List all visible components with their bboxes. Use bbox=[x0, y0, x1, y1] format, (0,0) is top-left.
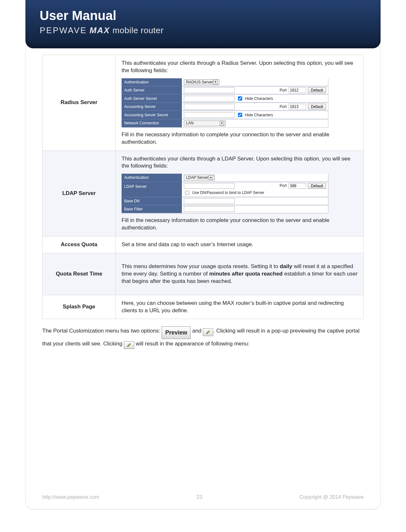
radius-server-label: Radius Server bbox=[43, 55, 116, 151]
para-pre: The Portal Customization menu has two op… bbox=[42, 328, 162, 334]
radius-acctsecret-input[interactable] bbox=[184, 112, 235, 118]
ldap-base-filter-value bbox=[182, 205, 328, 213]
ldap-base-dn-label: Base DN bbox=[122, 197, 182, 205]
radius-authsecret-hide-checkbox[interactable] bbox=[238, 96, 242, 101]
row-radius-server: Radius Server This authenticates your cl… bbox=[43, 55, 364, 151]
chevron-down-icon bbox=[209, 175, 213, 180]
ldap-port-input[interactable] bbox=[289, 183, 306, 189]
chevron-down-icon bbox=[213, 80, 218, 84]
para-tail: will result in the appearance of followi… bbox=[134, 341, 249, 347]
header-product-light: mobile router bbox=[113, 25, 163, 35]
portal-customization-paragraph: The Portal Customization menu has two op… bbox=[42, 326, 364, 349]
radius-auth-label: Authentication bbox=[122, 78, 182, 86]
radius-acctserver-default-button[interactable]: Default bbox=[308, 104, 326, 110]
radius-netconn-label: Network Connection bbox=[122, 119, 182, 127]
edit-button[interactable] bbox=[203, 328, 213, 336]
hide-characters-label-2: Hide Characters bbox=[245, 112, 273, 118]
quota-reset-bold-daily: daily bbox=[280, 263, 292, 269]
page-footer: http://www.pepwave.com 23 Copyright @ 20… bbox=[42, 494, 364, 500]
ldap-server-desc: This authenticates your clients through … bbox=[116, 150, 364, 236]
para-and: and bbox=[191, 328, 203, 334]
quota-reset-desc: This menu determines how your usage quot… bbox=[116, 253, 364, 295]
radius-intro: This authenticates your clients through … bbox=[122, 60, 358, 74]
ldap-base-dn-value bbox=[182, 197, 328, 205]
radius-auth-dropdown-value: RADIUS Server bbox=[186, 80, 213, 85]
ldap-use-dn-checkbox[interactable] bbox=[185, 191, 189, 195]
quota-reset-bold-minutes: minutes after quota reached bbox=[209, 271, 283, 277]
radius-authserver-host-input[interactable] bbox=[184, 87, 235, 93]
radius-acctsecret-value: Hide Characters bbox=[182, 111, 328, 119]
ldap-host-label: LDAP Server bbox=[122, 182, 182, 197]
chevron-down-icon bbox=[220, 121, 224, 126]
page-frame: User Manual PEPWAVE MAX mobile router Ra… bbox=[25, 0, 381, 509]
row-access-quota: Access Quota Set a time and data cap to … bbox=[43, 236, 364, 253]
header-brand: PEPWAVE bbox=[40, 25, 87, 35]
radius-netconn-dropdown[interactable]: LAN bbox=[184, 121, 226, 126]
radius-auth-dropdown[interactable]: RADIUS Server bbox=[184, 79, 219, 85]
radius-authserver-default-button[interactable]: Default bbox=[308, 87, 326, 93]
document-header: User Manual PEPWAVE MAX mobile router bbox=[25, 0, 381, 48]
ldap-outro: Fill in the necessary information to com… bbox=[122, 217, 358, 232]
radius-acctsecret-hide-checkbox[interactable] bbox=[238, 113, 242, 117]
hide-characters-label: Hide Characters bbox=[245, 96, 273, 101]
document-page: User Manual PEPWAVE MAX mobile router Ra… bbox=[0, 0, 406, 532]
edit-button-2[interactable] bbox=[124, 341, 134, 349]
radius-subtable: Authentication RADIUS Server bbox=[122, 78, 328, 127]
ldap-host-input[interactable] bbox=[184, 183, 235, 189]
row-splash-page: Splash Page Here, you can choose between… bbox=[43, 295, 364, 319]
footer-url: http://www.pepwave.com bbox=[42, 494, 99, 500]
row-ldap-server: LDAP Server This authenticates your clie… bbox=[43, 150, 364, 236]
ldap-intro: This authenticates your clients through … bbox=[122, 155, 358, 170]
ldap-auth-dropdown[interactable]: LDAP Server bbox=[184, 175, 215, 180]
pencil-icon bbox=[127, 343, 131, 347]
header-product-bold: MAX bbox=[89, 25, 110, 35]
radius-authserver-label: Auth Server bbox=[122, 86, 182, 94]
quota-reset-label: Quota Reset Time bbox=[43, 253, 116, 295]
ldap-auth-value: LDAP Server bbox=[182, 174, 328, 182]
radius-authserver-port-label: Port bbox=[280, 88, 287, 93]
ldap-default-button[interactable]: Default bbox=[308, 183, 326, 189]
ldap-auth-label: Authentication bbox=[122, 174, 182, 182]
splash-page-desc: Here, you can choose between using the M… bbox=[116, 295, 364, 319]
content-area: Radius Server This authenticates your cl… bbox=[25, 48, 381, 363]
ldap-base-filter-label: Base Filter bbox=[122, 205, 182, 213]
header-title: User Manual bbox=[40, 8, 366, 23]
ldap-auth-dropdown-value: LDAP Server bbox=[186, 175, 209, 180]
settings-table: Radius Server This authenticates your cl… bbox=[42, 55, 364, 319]
radius-authsecret-input[interactable] bbox=[184, 96, 235, 102]
radius-authserver-port-input[interactable] bbox=[289, 87, 306, 93]
radius-auth-value: RADIUS Server bbox=[182, 78, 328, 86]
row-quota-reset: Quota Reset Time This menu determines ho… bbox=[43, 253, 364, 295]
access-quota-label: Access Quota bbox=[43, 236, 116, 253]
radius-authserver-value: Port Default bbox=[182, 86, 328, 94]
radius-netconn-dropdown-value: LAN bbox=[186, 121, 193, 126]
header-product-line: PEPWAVE MAX mobile router bbox=[40, 25, 366, 35]
ldap-use-dn-label: Use DN/Password to bind to LDAP Server bbox=[192, 190, 264, 195]
radius-authsecret-label: Auth Server Secret bbox=[122, 94, 182, 103]
radius-acctserver-host-input[interactable] bbox=[184, 104, 235, 110]
ldap-host-value: Port Default Use DN/Password to bind to … bbox=[182, 182, 328, 197]
ldap-base-dn-input[interactable] bbox=[184, 198, 235, 204]
radius-server-desc: This authenticates your clients through … bbox=[116, 55, 364, 151]
radius-netconn-value: LAN bbox=[182, 119, 328, 127]
radius-acctserver-label: Accounting Server bbox=[122, 103, 182, 111]
footer-copyright: Copyright @ 2014 Pepwave bbox=[300, 494, 364, 500]
radius-acctserver-port-label: Port bbox=[280, 104, 287, 109]
ldap-subtable: Authentication LDAP Server bbox=[122, 174, 328, 213]
footer-page-number: 23 bbox=[99, 494, 300, 500]
radius-acctsecret-label: Accounting Server Secret bbox=[122, 111, 182, 119]
radius-acctserver-port-input[interactable] bbox=[289, 104, 306, 110]
splash-page-label: Splash Page bbox=[43, 295, 116, 319]
preview-button[interactable]: Preview bbox=[162, 326, 191, 339]
pencil-icon bbox=[206, 330, 210, 334]
access-quota-desc: Set a time and data cap to each user’s I… bbox=[116, 236, 364, 253]
radius-authsecret-value: Hide Characters bbox=[182, 94, 328, 103]
radius-acctserver-value: Port Default bbox=[182, 103, 328, 111]
quota-reset-text-pre: This menu determines how your usage quot… bbox=[122, 263, 280, 269]
ldap-server-label: LDAP Server bbox=[43, 150, 116, 236]
ldap-port-label: Port bbox=[280, 183, 287, 188]
radius-outro: Fill in the necessary information to com… bbox=[122, 131, 358, 146]
ldap-base-filter-input[interactable] bbox=[184, 206, 235, 212]
